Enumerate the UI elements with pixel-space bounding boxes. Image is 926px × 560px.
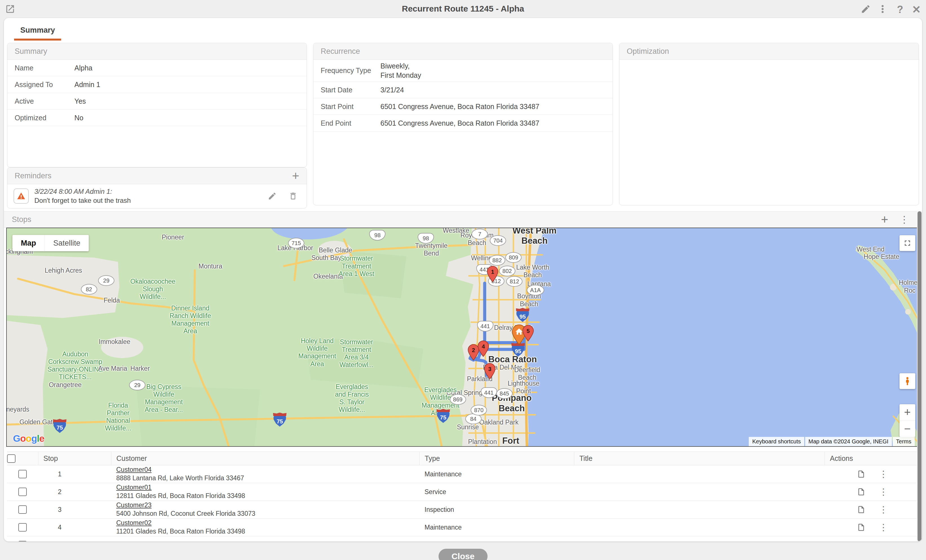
- route-shield: 7: [471, 229, 488, 240]
- col-header-customer: Customer: [111, 452, 420, 465]
- edit-icon[interactable]: [861, 4, 872, 15]
- stops-title: Stops: [12, 215, 31, 224]
- table-row: 2 Customer01 12811 Glades Rd, Boca Raton…: [7, 483, 922, 501]
- stop-type: Inspection: [420, 501, 574, 519]
- route-detail-card: Summary Summary Name Alpha Assigned To A…: [4, 18, 922, 542]
- map-type-control: Map Satellite: [12, 235, 89, 251]
- field-label: Start Point: [321, 103, 380, 111]
- map-type-map-button[interactable]: Map: [12, 235, 44, 251]
- reminder-meta: 3/22/24 8:00 AM Admin 1:: [34, 188, 112, 195]
- stops-more-icon[interactable]: ⋮: [900, 214, 909, 225]
- stop-marker-2[interactable]: 2: [467, 344, 480, 361]
- row-checkbox[interactable]: [18, 523, 27, 531]
- row-more-icon[interactable]: ⋮: [879, 488, 888, 496]
- row-checkbox[interactable]: [18, 506, 27, 514]
- customer-link[interactable]: Customer07: [117, 541, 151, 542]
- stop-number: 1: [38, 465, 111, 483]
- scrollbar-thumb[interactable]: [918, 211, 921, 542]
- customer-address: 11201 Glades Rd, Boca Raton Florida 3349…: [117, 527, 420, 536]
- stops-table-body: 1 Customer04 8888 Lantana Rd, Lake Worth…: [7, 465, 922, 542]
- table-row: 3 Customer23 5400 Johnson Rd, Coconut Cr…: [7, 501, 922, 519]
- stops-table: Stop Customer Type Title Actions 1 Custo…: [7, 451, 922, 542]
- map[interactable]: WestlakeWest Palm BeachRoyal Palm BeachT…: [6, 228, 920, 447]
- field-label: Optimized: [15, 114, 74, 122]
- reminders-panel: Reminders + 3/22/24 8:00 AM Admin 1: Don…: [7, 168, 307, 208]
- table-row: 4 Customer02 11201 Glades Rd, Boca Raton…: [7, 519, 922, 536]
- stop-title: [574, 536, 825, 542]
- add-stop-button[interactable]: +: [881, 213, 888, 226]
- svg-text:2: 2: [472, 347, 475, 353]
- row-more-icon[interactable]: ⋮: [879, 541, 888, 542]
- document-icon[interactable]: [857, 488, 865, 496]
- select-all-checkbox[interactable]: [7, 454, 15, 463]
- document-icon[interactable]: [857, 506, 865, 514]
- terms-link[interactable]: Terms: [893, 437, 915, 446]
- stop-number: 3: [38, 501, 111, 519]
- field-label: Assigned To: [15, 80, 74, 89]
- field-value: Biweekly, First Monday: [380, 62, 605, 80]
- delete-reminder-icon[interactable]: [289, 192, 298, 201]
- svg-text:1: 1: [491, 269, 494, 275]
- customer-link[interactable]: Customer04: [117, 466, 151, 474]
- field-value: No: [74, 113, 299, 122]
- stop-type: Maintenance: [420, 519, 574, 536]
- route-shield: 704: [490, 235, 506, 246]
- document-icon[interactable]: [857, 541, 865, 542]
- row-checkbox[interactable]: [18, 541, 27, 542]
- zoom-out-button[interactable]: −: [900, 421, 915, 437]
- field-value: Alpha: [74, 63, 299, 73]
- fullscreen-button[interactable]: [900, 235, 915, 251]
- map-base: [7, 228, 920, 446]
- document-icon[interactable]: [857, 523, 865, 531]
- field-value: 3/21/24: [380, 85, 605, 95]
- customer-address: 12811 Glades Rd, Boca Raton Florida 3349…: [117, 492, 420, 500]
- edit-reminder-icon[interactable]: [268, 192, 277, 201]
- warning-icon: [14, 189, 29, 204]
- svg-text:3: 3: [488, 366, 491, 372]
- customer-link[interactable]: Customer01: [117, 483, 151, 492]
- route-shield: 82: [81, 284, 97, 294]
- stop-title: [574, 501, 825, 519]
- stop-title: [574, 519, 825, 536]
- window-title: Recurrent Route 11245 - Alpha: [0, 4, 926, 14]
- close-button[interactable]: Close: [439, 549, 487, 560]
- row-more-icon[interactable]: ⋮: [879, 506, 888, 514]
- summary-row-active: Active Yes: [7, 93, 307, 110]
- reminder-text: Don't forget to take out the trash: [34, 197, 131, 204]
- table-header-row: Stop Customer Type Title Actions: [7, 452, 922, 465]
- close-window-icon[interactable]: ✕: [911, 4, 922, 15]
- map-type-satellite-button[interactable]: Satellite: [44, 235, 89, 251]
- stop-marker-1[interactable]: 1: [486, 266, 499, 282]
- stop-marker-5[interactable]: 5: [522, 325, 534, 341]
- route-shield: 882: [489, 255, 505, 266]
- field-label: Start Date: [321, 86, 380, 94]
- reminders-title: Reminders: [15, 172, 51, 180]
- stop-number: 2: [38, 483, 111, 501]
- route-shield: 845: [496, 388, 513, 399]
- col-header-stop: Stop: [38, 452, 111, 465]
- google-logo[interactable]: Google: [13, 433, 44, 444]
- add-reminder-button[interactable]: +: [292, 170, 299, 181]
- summary-panel: Summary Name Alpha Assigned To Admin 1 A…: [7, 43, 307, 168]
- col-header-title: Title: [574, 452, 825, 465]
- field-value: 6501 Congress Avenue, Boca Raton Florida…: [380, 119, 605, 128]
- scrollbar[interactable]: [917, 211, 922, 542]
- row-checkbox[interactable]: [18, 488, 27, 496]
- zoom-in-button[interactable]: +: [900, 404, 915, 421]
- stop-type: Service: [420, 483, 574, 501]
- row-more-icon[interactable]: ⋮: [879, 523, 888, 531]
- customer-link[interactable]: Customer02: [117, 519, 151, 527]
- more-options-icon[interactable]: [878, 4, 889, 15]
- row-more-icon[interactable]: ⋮: [879, 470, 888, 478]
- field-label: Active: [15, 97, 74, 105]
- stop-marker-3[interactable]: 3: [484, 363, 496, 379]
- street-view-pegman[interactable]: [900, 373, 915, 389]
- document-icon[interactable]: [857, 470, 865, 478]
- tab-summary[interactable]: Summary: [14, 24, 61, 41]
- route-shield: 802: [499, 266, 515, 276]
- customer-link[interactable]: Customer23: [117, 501, 151, 510]
- help-icon[interactable]: ?: [894, 4, 906, 15]
- keyboard-shortcuts-link[interactable]: Keyboard shortcuts: [749, 437, 804, 446]
- row-checkbox[interactable]: [18, 470, 27, 478]
- route-shield: 812: [506, 276, 522, 287]
